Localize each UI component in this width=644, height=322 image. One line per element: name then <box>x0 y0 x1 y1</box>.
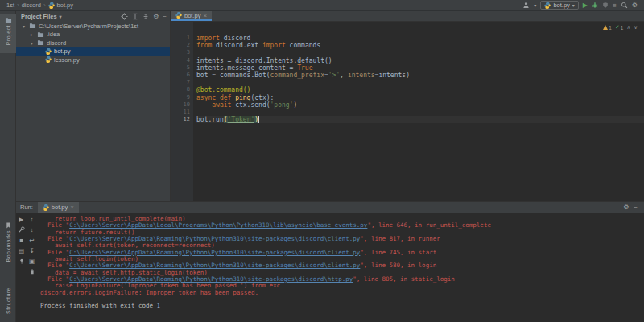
project-tree: ▾C:\Users\Server\PycharmProjects\1st▸.id… <box>16 22 170 64</box>
debug-button[interactable] <box>592 2 598 9</box>
code-line[interactable]: @bot.command() <box>196 86 644 93</box>
restore-layout-icon[interactable]: ▤ <box>17 247 26 254</box>
run-tab-botpy[interactable]: bot.py × <box>38 202 79 213</box>
run-panel-header: Run: bot.py × ⚙ − <box>16 202 644 213</box>
code-token: commands <box>290 42 321 49</box>
code-token: bot = commands.Bot( <box>196 72 270 79</box>
line-number: 8 <box>171 86 190 93</box>
python-file-icon <box>45 48 52 55</box>
tree-item--idea[interactable]: ▸.idea <box>16 31 170 39</box>
code-line[interactable] <box>196 109 644 116</box>
panel-settings-gear-icon[interactable]: ⚙ <box>153 13 159 20</box>
stop-process-button[interactable]: ■ <box>17 237 26 244</box>
code-line[interactable]: await ctx.send('pong') <box>196 101 644 109</box>
breadcrumb-item[interactable]: bot.py <box>57 2 73 9</box>
tree-chevron-icon[interactable]: ▾ <box>21 23 27 29</box>
soft-wrap-icon[interactable]: ↩ <box>27 237 36 244</box>
line-number: 5 <box>171 64 190 72</box>
code-line[interactable]: intents.message_content = True <box>196 64 644 72</box>
code-text[interactable]: import discordfrom discord.ext import co… <box>196 35 644 123</box>
tool-window-project[interactable]: Project <box>0 14 16 53</box>
search-everywhere-icon[interactable] <box>621 2 628 9</box>
editor-area: bot.py × 1 ✓ 1 ∧ ∨ 123456789101112 impor… <box>171 11 644 201</box>
tree-chevron-icon[interactable]: ▾ <box>29 40 35 46</box>
code-token: intents <box>348 72 375 79</box>
code-line[interactable]: import discord <box>196 35 644 42</box>
code-token: command_prefix <box>270 72 324 79</box>
tree-item-bot-py[interactable]: bot.py <box>16 47 170 56</box>
stop-button[interactable]: ■ <box>613 2 617 10</box>
settings-gear-icon[interactable]: ⚙ <box>632 2 638 10</box>
folder-icon <box>37 39 44 46</box>
avatar-dropdown-icon[interactable]: ▾ <box>534 2 536 8</box>
run-configuration-select[interactable]: bot.py ▾ <box>540 1 578 10</box>
editor-tab-botpy[interactable]: bot.py × <box>171 11 212 21</box>
code-line[interactable]: from discord.ext import commands <box>196 42 644 49</box>
console-text: ", line 805, in static_login <box>353 275 454 283</box>
run-console-output[interactable]: return loop.run_until_complete(main) Fil… <box>40 216 641 322</box>
code-token: from <box>196 42 216 49</box>
code-area[interactable]: 123456789101112 import discordfrom disco… <box>171 22 644 201</box>
code-token: discord <box>224 35 251 42</box>
scroll-to-end-icon[interactable]: ↧ <box>27 247 36 254</box>
run-with-coverage-icon[interactable] <box>602 2 609 9</box>
run-settings-gear-icon[interactable]: ⚙ <box>623 204 629 211</box>
console-text: discord.errors.LoginFailure: Improper to… <box>40 289 258 296</box>
line-number: 1 <box>171 35 190 42</box>
main-toolbar: ▾ bot.py ▾ ▶ ■ ⚙ <box>522 1 644 10</box>
tree-item-lesson-py[interactable]: lesson.py <box>16 56 170 64</box>
breadcrumb-item[interactable]: discord <box>22 2 41 9</box>
locate-file-icon[interactable] <box>121 13 128 20</box>
code-token: ( <box>224 116 228 123</box>
tree-item-discord[interactable]: ▾discord <box>16 39 170 47</box>
close-tab-icon[interactable]: × <box>203 12 207 19</box>
code-line[interactable]: bot.run('Token') <box>196 116 644 123</box>
run-label: Run: <box>16 202 38 213</box>
tree-chevron-icon[interactable]: ▸ <box>29 31 35 37</box>
code-line[interactable]: bot = commands.Bot(command_prefix='>', i… <box>196 72 644 79</box>
code-token: ctx.send( <box>235 101 270 109</box>
project-files-label: Project Files <box>21 13 57 20</box>
rerun-button[interactable]: ▶ <box>17 216 26 223</box>
python-file-icon <box>45 56 52 63</box>
hide-panel-icon[interactable]: − <box>163 13 167 20</box>
breadcrumb-item[interactable]: 1st <box>6 2 14 9</box>
collapse-all-icon[interactable] <box>142 13 149 20</box>
breadcrumb: 1st›discord›bot.py <box>0 2 73 9</box>
code-line[interactable]: async def ping(ctx): <box>196 94 644 101</box>
hide-run-panel-icon[interactable]: − <box>634 204 638 211</box>
folder-icon <box>37 31 44 38</box>
code-token: True <box>297 64 312 72</box>
clear-console-icon[interactable] <box>27 268 36 275</box>
pin-tab-icon[interactable] <box>17 258 26 265</box>
tree-item-c-users-server-pycharmprojects-1st[interactable]: ▾C:\Users\Server\PycharmProjects\1st <box>16 22 170 31</box>
expand-all-icon[interactable] <box>132 13 138 20</box>
tool-window-bookmarks-label: Bookmarks <box>6 230 11 262</box>
print-icon[interactable]: ▣ <box>27 258 36 265</box>
project-view-mode[interactable]: Project Files ▾ <box>21 13 62 20</box>
edit-configuration-icon[interactable] <box>17 226 26 233</box>
console-line: discord.errors.LoginFailure: Improper to… <box>40 290 641 296</box>
user-avatar-icon[interactable] <box>522 2 530 9</box>
line-number: 2 <box>171 42 190 49</box>
down-stack-trace-icon[interactable]: ↓ <box>27 226 36 233</box>
code-token: (ctx): <box>250 94 274 101</box>
title-bar: 1st›discord›bot.py ▾ bot.py ▾ ▶ ■ <box>0 0 644 11</box>
close-tab-icon[interactable]: × <box>70 204 74 211</box>
code-token: 'Token' <box>228 116 255 123</box>
project-panel: Project Files ▾ ⚙ − ▾C:\Users\Server\Pyc… <box>16 11 171 201</box>
tool-window-structure[interactable]: Structure <box>0 287 16 314</box>
run-button[interactable]: ▶ <box>583 2 588 10</box>
code-token: ping <box>235 94 250 101</box>
pycharm-window: 1st›discord›bot.py ▾ bot.py ▾ ▶ ■ <box>0 0 644 322</box>
code-line[interactable] <box>196 79 644 86</box>
run-tab-label: bot.py <box>52 204 68 211</box>
up-stack-trace-icon[interactable]: ↑ <box>27 216 36 223</box>
code-token <box>196 101 212 109</box>
console-text: ", line 646, in run_until_complete <box>367 221 491 229</box>
tool-window-bookmarks[interactable]: Bookmarks <box>0 222 16 262</box>
code-line[interactable] <box>196 49 644 56</box>
line-number: 9 <box>171 94 190 101</box>
code-line[interactable]: intents = discord.Intents.default() <box>196 57 644 64</box>
editor-tab-label: bot.py <box>184 12 200 19</box>
